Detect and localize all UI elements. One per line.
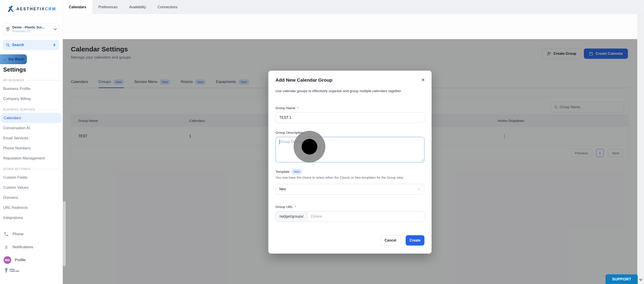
- hipaa-compliant-badge: HIPAACOMPLIANT: [4, 268, 62, 273]
- app-window: Calendars Preferences Availability Conne…: [0, 0, 644, 284]
- mouse-cursor-halo: [294, 131, 325, 162]
- top-tab-preferences[interactable]: Preferences: [92, 0, 123, 14]
- sidebar-item-business-profile[interactable]: Business Profile: [0, 84, 62, 94]
- sidebar-item-profile[interactable]: MS Profile: [0, 254, 62, 266]
- sidebar-item-domains[interactable]: Domains: [0, 192, 62, 202]
- bell-icon: [4, 244, 9, 250]
- modal-description: Use calendar groups to effectively organ…: [276, 89, 402, 93]
- phone-label: Phone: [12, 232, 24, 236]
- sidebar-item-email-services[interactable]: Email Services: [0, 133, 62, 143]
- sidebar-item-custom-values[interactable]: Custom Values: [0, 182, 62, 192]
- group-url-prefix: /widget/groups/: [276, 211, 308, 222]
- divider: [27, 80, 60, 80]
- resize-handle[interactable]: [420, 158, 423, 161]
- template-select[interactable]: Neo: [276, 184, 424, 194]
- sidebar: AESTHETIXCRM Demo - Plastic Sur... Green…: [0, 0, 63, 284]
- group-url-label: Group URL*: [276, 205, 296, 209]
- aesthetix-logo-icon: [6, 5, 14, 12]
- required-asterisk: *: [295, 205, 296, 209]
- sidebar-item-conversation-ai[interactable]: Conversation AI: [0, 123, 62, 133]
- group-url-field: /widget/groups/ 15mins: [276, 211, 424, 222]
- brand-logo: AESTHETIXCRM: [0, 0, 62, 18]
- notifications-label: Notifications: [12, 245, 33, 249]
- section-label-other-settings: OTHER SETTINGS: [3, 167, 60, 170]
- sidebar-item-custom-fields[interactable]: Custom Fields: [0, 172, 62, 182]
- template-selected-value: Neo: [279, 187, 286, 191]
- cancel-button[interactable]: Cancel: [380, 235, 401, 246]
- sidebar-item-notifications[interactable]: Notifications: [0, 240, 62, 254]
- close-icon[interactable]: ✕: [421, 77, 425, 82]
- group-name-label: Group Name*: [276, 106, 298, 110]
- sidebar-search[interactable]: Search: [3, 40, 60, 50]
- go-back-label: Go Back: [8, 57, 24, 62]
- template-label: Template New: [276, 169, 302, 174]
- location-city: Greenville, SC: [12, 30, 54, 33]
- hipaa-text: HIPAACOMPLIANT: [10, 268, 20, 272]
- caduceus-icon: [4, 268, 8, 273]
- sidebar-item-calendars[interactable]: Calendars: [1, 113, 61, 123]
- required-asterisk: *: [297, 106, 298, 110]
- section-label-business-services: BUSINESS SERVICES: [3, 108, 60, 111]
- support-button[interactable]: SUPPORT: [606, 274, 638, 284]
- group-description-label: Group Description: [276, 130, 304, 134]
- top-tab-label: Availability: [129, 5, 146, 9]
- chevron-down-icon: [54, 27, 57, 31]
- search-label: Search: [12, 43, 52, 47]
- mouse-cursor-dot: [302, 139, 317, 154]
- sidebar-scrollbar-thumb[interactable]: [63, 201, 66, 266]
- top-tab-calendars[interactable]: Calendars: [62, 0, 92, 14]
- top-navigation-bar: Calendars Preferences Availability Conne…: [62, 0, 644, 14]
- modal-title: Add New Calendar Group: [276, 77, 332, 83]
- top-tab-connections[interactable]: Connections: [152, 0, 183, 14]
- support-caret-icon[interactable]: [639, 279, 643, 281]
- divider: [38, 109, 60, 110]
- chevron-down-icon: [418, 188, 420, 191]
- arrow-left-icon: ←: [3, 57, 7, 62]
- search-icon: [6, 43, 10, 47]
- add-calendar-group-modal: Add New Calendar Group ✕ Use calendar gr…: [268, 71, 432, 254]
- sidebar-item-integrations[interactable]: Integrations: [0, 213, 62, 223]
- divider: [33, 169, 60, 169]
- sidebar-item-reputation-management[interactable]: Reputation Management: [0, 153, 62, 163]
- create-button[interactable]: Create: [406, 235, 424, 246]
- avatar: MS: [4, 256, 11, 264]
- location-selector[interactable]: Demo - Plastic Sur... Greenville, SC: [3, 23, 60, 35]
- template-help-text: You now have the choice to select either…: [276, 176, 403, 179]
- top-tab-label: Connections: [158, 5, 178, 9]
- go-back-button[interactable]: ← Go Back: [0, 54, 27, 64]
- phone-icon: [4, 232, 9, 237]
- sidebar-item-url-redirects[interactable]: URL Redirects: [0, 202, 62, 213]
- profile-label: Profile: [15, 258, 26, 262]
- top-tab-label: Preferences: [98, 5, 118, 9]
- new-badge: New: [291, 169, 302, 174]
- location-name: Demo - Plastic Sur...: [12, 25, 54, 29]
- sidebar-title: Settings: [3, 66, 62, 73]
- sidebar-item-phone-numbers[interactable]: Phone Numbers: [0, 143, 62, 153]
- sidebar-item-phone[interactable]: Phone: [0, 228, 62, 240]
- group-url-input[interactable]: 15mins: [308, 211, 424, 222]
- lightning-bolt-icon: [52, 43, 56, 47]
- top-tab-label: Calendars: [69, 5, 86, 9]
- section-label-my-business: MY BUSINESS: [3, 78, 60, 82]
- brand-name: AESTHETIXCRM: [16, 7, 56, 12]
- text-cursor: [279, 140, 280, 144]
- sidebar-item-company-billing[interactable]: Company Billing: [0, 94, 62, 104]
- top-tab-availability[interactable]: Availability: [124, 0, 152, 14]
- group-name-input[interactable]: [276, 112, 424, 123]
- map-pin-icon: [5, 26, 10, 32]
